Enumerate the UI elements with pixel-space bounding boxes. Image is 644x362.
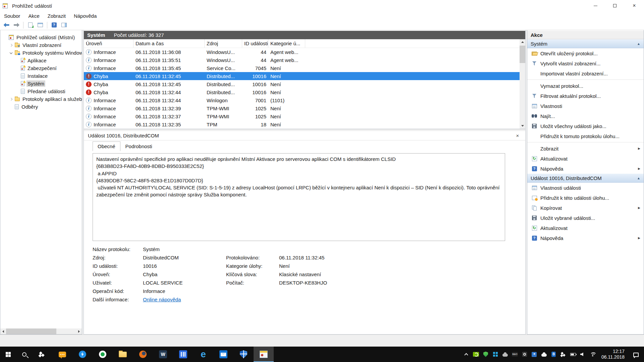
tab-podrobnosti[interactable]: Podrobnosti xyxy=(120,141,157,151)
action-aktualizovat[interactable]: ↻ Aktualizovat xyxy=(527,154,644,164)
scroll-left-arrow[interactable] xyxy=(0,328,6,334)
tray-shield[interactable] xyxy=(482,347,490,362)
tray-disk[interactable] xyxy=(521,347,529,362)
tree-item-odbery[interactable]: Odběry xyxy=(0,103,82,111)
tree-item-root[interactable]: Prohlížeč událostí (Místní) xyxy=(0,34,82,41)
search-button[interactable] xyxy=(16,347,32,362)
column-header[interactable]: Úroveň xyxy=(84,39,133,48)
action-vymazat-protokol[interactable]: Vymazat protokol... xyxy=(527,81,644,91)
taskbar-app-file-explorer[interactable] xyxy=(113,347,133,362)
tree-item-instalace[interactable]: Instalace xyxy=(0,72,82,80)
taskbar-app-word[interactable]: W xyxy=(153,347,173,362)
tree-item-zabezpeceni[interactable]: Zabezpečení xyxy=(0,64,82,72)
action-section-header[interactable]: Událost 10016, DistributedCOM ▲ xyxy=(527,174,644,183)
taskbar-app-defender[interactable] xyxy=(233,347,254,362)
tree-horizontal-scrollbar[interactable] xyxy=(0,328,82,334)
menu-napoveda[interactable]: Nápověda xyxy=(70,11,101,20)
action-filtrovat-aktualni-protokol[interactable]: Filtrovat aktuální protokol... xyxy=(527,91,644,101)
taskbar-app-firefox[interactable] xyxy=(133,347,153,362)
action-kopirovat[interactable]: Kopírovat ▶ xyxy=(527,203,644,213)
scroll-thumb[interactable] xyxy=(520,46,525,63)
tray-snowflake[interactable]: * xyxy=(530,347,538,362)
taskbar-app-mail[interactable] xyxy=(213,347,233,362)
action-napoveda-udalost[interactable]: ? Nápověda ▶ xyxy=(527,233,644,243)
action-vytvorit-vlastni-zobrazeni[interactable]: Vytvořit vlastní zobrazení... xyxy=(527,58,644,68)
action-zobrazit[interactable]: Zobrazit ▶ xyxy=(527,143,644,154)
tray-bo[interactable]: B&O xyxy=(511,347,519,362)
toolbar-pane-button[interactable] xyxy=(60,21,68,29)
event-row[interactable]: iInformace 06.11.2018 11:35:45 Service C… xyxy=(84,64,525,72)
taskbar-app-power[interactable] xyxy=(72,347,93,362)
tray-nvidia[interactable] xyxy=(472,347,480,362)
taskbar-app-edge[interactable]: e xyxy=(193,347,213,362)
toolbar-export-button[interactable] xyxy=(26,21,35,29)
tree-item-protokoly-aplikaci[interactable]: Protokoly aplikací a služeb xyxy=(0,95,82,103)
menu-zobrazit[interactable]: Zobrazit xyxy=(44,11,70,20)
action-vlastnosti-udalosti[interactable]: Vlastnosti události xyxy=(527,183,644,193)
scroll-right-arrow[interactable] xyxy=(76,328,82,334)
action-vlastnosti[interactable]: Vlastnosti xyxy=(527,101,644,111)
action-section-header[interactable]: Systém ▲ xyxy=(527,39,644,48)
tree-item-system[interactable]: Systém xyxy=(0,80,82,87)
tray-volume[interactable] xyxy=(579,347,587,362)
taskbar-app-spotify[interactable] xyxy=(93,347,113,362)
action-aktualizovat-udalost[interactable]: ↻ Aktualizovat xyxy=(527,223,644,233)
event-row[interactable]: iInformace 06.11.2018 11:32:35 TPM 18 Ne… xyxy=(84,120,525,128)
event-row[interactable]: iInformace 06.11.2018 11:36:08 WindowsU.… xyxy=(84,48,525,56)
collapse-icon[interactable]: ▲ xyxy=(637,42,640,46)
event-row[interactable]: !Chyba 06.11.2018 11:32:44 Distributed..… xyxy=(84,88,525,96)
scroll-down-arrow[interactable] xyxy=(520,123,525,129)
tree-item-vlastni-zobrazeni[interactable]: Vlastní zobrazení xyxy=(0,41,82,49)
taskbar-app-dropbox[interactable] xyxy=(32,347,52,362)
taskbar-clock[interactable]: 12:17 06.11.2018 xyxy=(598,347,628,362)
tray-onedrive[interactable] xyxy=(501,347,509,362)
toolbar-back-button[interactable] xyxy=(2,21,11,29)
event-row[interactable]: iInformace 06.11.2018 11:32:39 TPM-WMI 1… xyxy=(84,104,525,112)
column-header[interactable]: Zdroj xyxy=(205,39,242,48)
maximize-button[interactable] xyxy=(605,0,625,11)
scroll-up-arrow[interactable] xyxy=(520,39,525,45)
action-pridruzit-protokolu-ulohu[interactable]: Přidružit k tomuto protokolu úlohu... xyxy=(527,131,644,141)
tree-item-protokoly-windows[interactable]: Protokoly systému Windows xyxy=(0,49,82,57)
action-ulozit-vsechny-udalosti[interactable]: Uložit všechny události jako... xyxy=(527,121,644,131)
column-header[interactable]: ID události xyxy=(242,39,268,48)
menu-akce[interactable]: Akce xyxy=(24,11,43,20)
action-ulozit-vybrane-udalosti[interactable]: Uložit vybrané události... xyxy=(527,213,644,223)
action-najit[interactable]: Najít... xyxy=(527,111,644,121)
event-row[interactable]: !Chyba 06.11.2018 11:32:45 Distributed..… xyxy=(84,80,525,88)
event-row[interactable]: iInformace 06.11.2018 11:32:44 Winlogon … xyxy=(84,96,525,104)
action-napoveda[interactable]: ? Nápověda ▶ xyxy=(527,164,644,174)
list-vertical-scrollbar[interactable] xyxy=(520,39,525,129)
collapse-icon[interactable]: ▲ xyxy=(637,176,640,180)
column-header[interactable]: Kategorie ú... xyxy=(268,39,305,48)
action-importovat-vlastni-zobrazeni[interactable]: Importovat vlastní zobrazení... xyxy=(527,68,644,78)
action-center-button[interactable] xyxy=(629,347,643,362)
toolbar-window-button[interactable] xyxy=(36,21,45,29)
menu-soubor[interactable]: Soubor xyxy=(0,11,24,20)
taskbar-app-blueapp[interactable] xyxy=(173,347,193,362)
tray-windows[interactable] xyxy=(491,347,499,362)
scroll-thumb[interactable] xyxy=(6,328,56,334)
preview-close-icon[interactable]: × xyxy=(514,133,521,138)
taskbar-app-event-viewer[interactable] xyxy=(254,347,274,362)
taskbar-app-chat[interactable] xyxy=(52,347,72,362)
chevron-right-icon[interactable] xyxy=(10,44,12,46)
column-header[interactable]: Datum a čas xyxy=(133,39,205,48)
tray-icloud[interactable] xyxy=(540,347,548,362)
tray-bluetooth[interactable]: B xyxy=(550,347,558,362)
tray-hidden-icons[interactable] xyxy=(462,347,470,362)
minimize-button[interactable] xyxy=(586,0,605,11)
toolbar-forward-button[interactable] xyxy=(12,21,21,29)
tree-item-predane-udalosti[interactable]: Předané události xyxy=(0,87,82,95)
chevron-down-icon[interactable] xyxy=(10,51,12,54)
event-row[interactable]: iInformace 06.11.2018 11:32:37 TPM-WMI 1… xyxy=(84,112,525,120)
online-help-link[interactable]: Online nápověda xyxy=(143,297,226,302)
tray-wifi[interactable] xyxy=(589,347,597,362)
event-row[interactable]: !Chyba 06.11.2018 11:32:45 Distributed..… xyxy=(84,72,525,80)
event-row[interactable]: iInformace 06.11.2018 11:35:51 WindowsU.… xyxy=(84,56,525,64)
tray-dropbox-tray[interactable] xyxy=(559,347,568,362)
close-button[interactable]: × xyxy=(625,0,644,11)
action-otevrit-ulozeny-protokol[interactable]: Otevřít uložený protokol... xyxy=(527,48,644,58)
tree-item-aplikace[interactable]: Aplikace xyxy=(0,57,82,64)
start-button[interactable] xyxy=(0,347,16,362)
